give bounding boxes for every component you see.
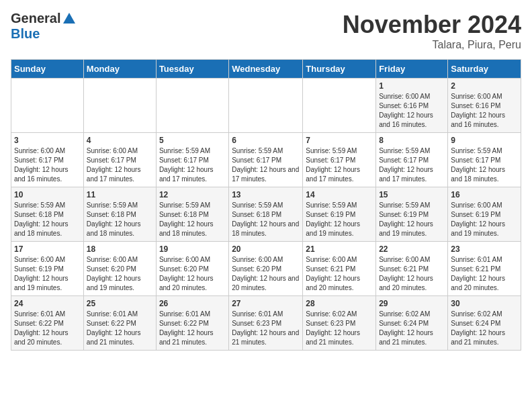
calendar-cell: 9Sunrise: 5:59 AM Sunset: 6:17 PM Daylig…: [448, 133, 521, 187]
day-number: 10: [14, 190, 81, 199]
month-title: November 2024: [343, 11, 521, 39]
calendar-cell: 10Sunrise: 5:59 AM Sunset: 6:18 PM Dayli…: [11, 187, 84, 242]
day-number: 7: [306, 136, 373, 145]
day-number: 14: [306, 190, 373, 199]
col-header-saturday: Saturday: [448, 60, 521, 79]
day-number: 24: [14, 299, 81, 308]
day-number: 28: [306, 299, 373, 308]
day-number: 25: [87, 299, 153, 308]
day-info: Sunrise: 6:01 AM Sunset: 6:23 PM Dayligh…: [232, 310, 300, 347]
day-number: 5: [159, 136, 226, 145]
day-number: 27: [232, 299, 300, 308]
calendar-cell: 16Sunrise: 6:00 AM Sunset: 6:19 PM Dayli…: [448, 187, 521, 242]
day-info: Sunrise: 5:59 AM Sunset: 6:17 PM Dayligh…: [379, 146, 445, 184]
day-number: 29: [379, 299, 445, 308]
day-number: 26: [159, 299, 226, 308]
logo-general: General: [11, 11, 60, 26]
day-number: 11: [87, 190, 153, 199]
day-info: Sunrise: 5:59 AM Sunset: 6:17 PM Dayligh…: [159, 146, 226, 184]
day-info: Sunrise: 5:59 AM Sunset: 6:18 PM Dayligh…: [159, 201, 226, 238]
col-header-tuesday: Tuesday: [156, 60, 228, 79]
day-info: Sunrise: 6:00 AM Sunset: 6:16 PM Dayligh…: [379, 92, 445, 130]
calendar-cell: 30Sunrise: 6:02 AM Sunset: 6:24 PM Dayli…: [448, 296, 521, 351]
calendar-cell: 6Sunrise: 5:59 AM Sunset: 6:17 PM Daylig…: [229, 133, 303, 187]
calendar-cell: 28Sunrise: 6:02 AM Sunset: 6:23 PM Dayli…: [303, 296, 376, 351]
day-info: Sunrise: 6:00 AM Sunset: 6:17 PM Dayligh…: [87, 146, 153, 184]
day-info: Sunrise: 5:59 AM Sunset: 6:19 PM Dayligh…: [306, 201, 373, 238]
calendar-cell: 11Sunrise: 5:59 AM Sunset: 6:18 PM Dayli…: [83, 187, 156, 242]
day-info: Sunrise: 6:00 AM Sunset: 6:20 PM Dayligh…: [87, 255, 153, 293]
calendar-cell: 18Sunrise: 6:00 AM Sunset: 6:20 PM Dayli…: [83, 242, 156, 296]
logo: General Blue: [11, 11, 77, 42]
day-info: Sunrise: 6:00 AM Sunset: 6:16 PM Dayligh…: [451, 92, 518, 130]
calendar-cell: 5Sunrise: 5:59 AM Sunset: 6:17 PM Daylig…: [156, 133, 228, 187]
calendar-cell: 8Sunrise: 5:59 AM Sunset: 6:17 PM Daylig…: [376, 133, 448, 187]
calendar-cell: 3Sunrise: 6:00 AM Sunset: 6:17 PM Daylig…: [11, 133, 84, 187]
day-number: 9: [451, 136, 518, 145]
col-header-thursday: Thursday: [303, 60, 376, 79]
day-info: Sunrise: 6:02 AM Sunset: 6:24 PM Dayligh…: [451, 310, 518, 347]
day-info: Sunrise: 5:59 AM Sunset: 6:17 PM Dayligh…: [451, 146, 518, 184]
col-header-monday: Monday: [83, 60, 156, 79]
calendar-cell: 27Sunrise: 6:01 AM Sunset: 6:23 PM Dayli…: [229, 296, 303, 351]
day-number: 4: [87, 136, 153, 145]
page-header: General Blue November 2024 Talara, Piura…: [11, 11, 521, 51]
day-info: Sunrise: 6:00 AM Sunset: 6:19 PM Dayligh…: [14, 255, 81, 293]
day-info: Sunrise: 5:59 AM Sunset: 6:18 PM Dayligh…: [232, 201, 300, 238]
calendar-cell: 29Sunrise: 6:02 AM Sunset: 6:24 PM Dayli…: [376, 296, 448, 351]
day-info: Sunrise: 6:00 AM Sunset: 6:19 PM Dayligh…: [451, 201, 518, 238]
calendar-cell: 25Sunrise: 6:01 AM Sunset: 6:22 PM Dayli…: [83, 296, 156, 351]
calendar-cell: [303, 79, 376, 133]
day-info: Sunrise: 6:00 AM Sunset: 6:21 PM Dayligh…: [306, 255, 373, 293]
day-number: 12: [159, 190, 226, 199]
calendar-cell: 26Sunrise: 6:01 AM Sunset: 6:22 PM Dayli…: [156, 296, 228, 351]
calendar-cell: [229, 79, 303, 133]
day-number: 6: [232, 136, 300, 145]
calendar-cell: 20Sunrise: 6:00 AM Sunset: 6:20 PM Dayli…: [229, 242, 303, 296]
calendar-cell: 7Sunrise: 5:59 AM Sunset: 6:17 PM Daylig…: [303, 133, 376, 187]
day-number: 22: [379, 244, 445, 254]
day-number: 23: [451, 244, 518, 254]
title-block: November 2024 Talara, Piura, Peru: [343, 11, 521, 51]
day-number: 1: [379, 81, 445, 91]
day-number: 13: [232, 190, 300, 199]
day-info: Sunrise: 6:00 AM Sunset: 6:21 PM Dayligh…: [379, 255, 445, 293]
col-header-sunday: Sunday: [11, 60, 84, 79]
calendar-cell: 19Sunrise: 6:00 AM Sunset: 6:20 PM Dayli…: [156, 242, 228, 296]
logo-icon: [62, 11, 77, 26]
calendar-cell: [156, 79, 228, 133]
day-number: 20: [232, 244, 300, 254]
day-number: 17: [14, 244, 81, 254]
day-info: Sunrise: 6:00 AM Sunset: 6:20 PM Dayligh…: [232, 255, 300, 293]
day-info: Sunrise: 5:59 AM Sunset: 6:17 PM Dayligh…: [232, 146, 300, 184]
day-info: Sunrise: 6:01 AM Sunset: 6:22 PM Dayligh…: [159, 310, 226, 347]
calendar-cell: 4Sunrise: 6:00 AM Sunset: 6:17 PM Daylig…: [83, 133, 156, 187]
logo-blue: Blue: [11, 26, 40, 42]
svg-marker-0: [63, 13, 75, 24]
calendar-cell: [83, 79, 156, 133]
calendar-cell: 15Sunrise: 5:59 AM Sunset: 6:19 PM Dayli…: [376, 187, 448, 242]
calendar-table: SundayMondayTuesdayWednesdayThursdayFrid…: [11, 59, 521, 351]
calendar-cell: 2Sunrise: 6:00 AM Sunset: 6:16 PM Daylig…: [448, 79, 521, 133]
day-number: 15: [379, 190, 445, 199]
day-number: 19: [159, 244, 226, 254]
day-info: Sunrise: 5:59 AM Sunset: 6:18 PM Dayligh…: [14, 201, 81, 238]
day-info: Sunrise: 5:59 AM Sunset: 6:17 PM Dayligh…: [306, 146, 373, 184]
day-info: Sunrise: 6:01 AM Sunset: 6:21 PM Dayligh…: [451, 255, 518, 293]
location: Talara, Piura, Peru: [343, 39, 521, 51]
day-number: 3: [14, 136, 81, 145]
calendar-cell: 24Sunrise: 6:01 AM Sunset: 6:22 PM Dayli…: [11, 296, 84, 351]
col-header-wednesday: Wednesday: [229, 60, 303, 79]
day-info: Sunrise: 5:59 AM Sunset: 6:18 PM Dayligh…: [87, 201, 153, 238]
calendar-cell: 13Sunrise: 5:59 AM Sunset: 6:18 PM Dayli…: [229, 187, 303, 242]
calendar-cell: 22Sunrise: 6:00 AM Sunset: 6:21 PM Dayli…: [376, 242, 448, 296]
calendar-cell: 14Sunrise: 5:59 AM Sunset: 6:19 PM Dayli…: [303, 187, 376, 242]
day-info: Sunrise: 6:01 AM Sunset: 6:22 PM Dayligh…: [87, 310, 153, 347]
day-number: 2: [451, 81, 518, 91]
day-info: Sunrise: 6:00 AM Sunset: 6:17 PM Dayligh…: [14, 146, 81, 184]
calendar-cell: 23Sunrise: 6:01 AM Sunset: 6:21 PM Dayli…: [448, 242, 521, 296]
day-info: Sunrise: 6:02 AM Sunset: 6:24 PM Dayligh…: [379, 310, 445, 347]
day-number: 21: [306, 244, 373, 254]
day-number: 16: [451, 190, 518, 199]
day-info: Sunrise: 5:59 AM Sunset: 6:19 PM Dayligh…: [379, 201, 445, 238]
